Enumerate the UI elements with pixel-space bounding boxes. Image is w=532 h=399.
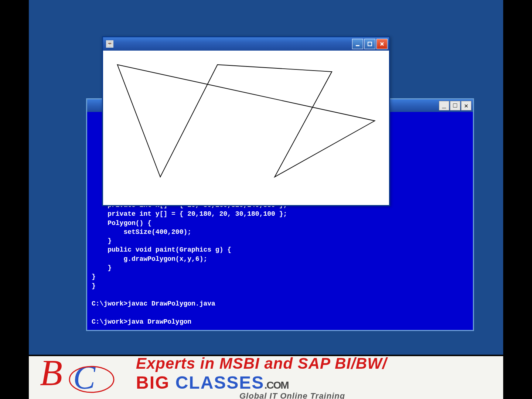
cmd-window-controls: _ □ ✕ — [439, 101, 471, 110]
java-icon: ☕ — [106, 40, 113, 48]
polygon-canvas — [103, 51, 389, 205]
logo-c-icon: C — [73, 359, 96, 396]
cmd-compile-line: C:\jwork>javac DrawPolygon.java — [92, 300, 215, 307]
applet-maximize-button[interactable] — [364, 39, 375, 49]
desktop-background: _ □ ✕ private int x[] = { 20, 80,160,320… — [29, 0, 503, 355]
applet-minimize-button[interactable] — [352, 39, 363, 49]
banner-logo: B C — [29, 357, 132, 398]
minimize-icon — [355, 41, 360, 47]
brand-dotcom: .COM — [264, 379, 288, 391]
banner-headline: Experts in MSBI and SAP BI/BW/ — [136, 355, 503, 372]
applet-titlebar[interactable]: ☕ — [103, 37, 389, 51]
banner-brand: BIG CLASSES.COM — [136, 372, 503, 393]
cmd-minimize-button[interactable]: _ — [439, 101, 449, 110]
cmd-maximize-button[interactable]: □ — [450, 101, 460, 110]
svg-rect-0 — [356, 45, 359, 46]
applet-window-controls — [352, 39, 388, 49]
close-icon — [379, 41, 385, 47]
brand-classes: CLASSES — [175, 373, 265, 392]
cmd-code-text: private int x[] = { 20, 80,160,320,240,3… — [92, 201, 287, 290]
drawn-polygon — [117, 65, 375, 177]
java-applet-window: ☕ — [102, 36, 390, 206]
banner-text-block: Experts in MSBI and SAP BI/BW/ BIG CLASS… — [132, 355, 503, 399]
applet-close-button[interactable] — [376, 39, 388, 49]
logo-b-icon: B — [40, 357, 62, 393]
brand-big: BIG — [136, 373, 175, 392]
maximize-icon — [367, 41, 372, 47]
cmd-run-line: C:\jwork>java DrawPolygon — [92, 318, 191, 325]
banner-tagline: Global IT Online Training — [239, 391, 503, 399]
cmd-close-button[interactable]: ✕ — [461, 101, 471, 110]
ad-banner: B C Experts in MSBI and SAP BI/BW/ BIG C… — [29, 355, 503, 399]
svg-rect-1 — [368, 42, 372, 46]
